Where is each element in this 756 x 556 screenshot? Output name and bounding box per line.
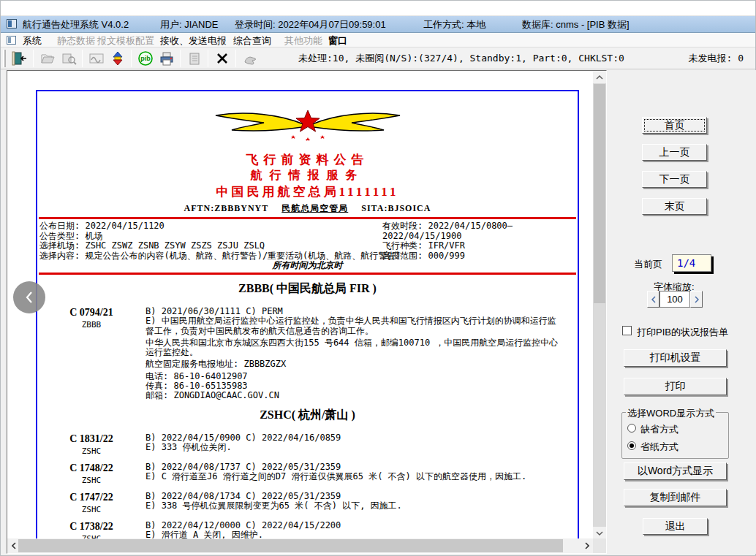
menu-bar: 系统 静态数据 报文模板配置 接收、发送电报 综合查询 其他功能 窗口 xyxy=(1,33,755,47)
font-zoom-decrease-button[interactable] xyxy=(647,291,659,308)
menu-template-config: 报文模板配置 xyxy=(97,34,154,47)
flight-type: 飞行种类: IFR/VFR xyxy=(382,241,578,251)
menu-static-data: 静态数据 xyxy=(57,34,95,47)
notam-id: C 0794/21 xyxy=(37,307,145,319)
copy-to-mail-button[interactable]: 复制到邮件 xyxy=(624,489,727,506)
menu-send-receive[interactable]: 接收、发送电报 xyxy=(160,34,227,47)
doc-title-line3: 中国民用航空总局1111111 xyxy=(37,183,578,200)
current-page-label: 当前页 xyxy=(634,258,662,271)
toolbar: pib 未处理:10, 未圈阅(N/S):(327/4), Standby:1,… xyxy=(1,47,755,69)
aftn-sita-line: AFTN:ZBBBYNYT民航总局空管局SITA:BJSOICA xyxy=(37,202,578,215)
menu-query[interactable]: 综合查询 xyxy=(233,34,271,47)
child-window-icon[interactable] xyxy=(7,36,16,45)
notam-line: 中华人民共和国北京市东城区东四西大街155 号644 信箱，邮编100710 ，… xyxy=(145,338,561,358)
notam-location: ZSHC xyxy=(37,476,145,485)
pib-document-viewport[interactable]: 飞行前资料公告 航行情报服务 中国民用航空总局1111111 AFTN:ZBBB… xyxy=(7,71,594,539)
control-sidebar: 首页 上一页 下一页 末页 当前页 1/4 字体缩放: 100 打印PIB的状况… xyxy=(607,70,756,554)
notam-line: B) 2021/06/30/1111 C) PERM xyxy=(145,307,561,316)
database-label: 数据库: cnms - [PIB 数据] xyxy=(522,18,630,31)
horizontal-scrollbar[interactable] xyxy=(7,538,594,553)
collapse-panel-handle[interactable] xyxy=(13,281,45,313)
last-page-button[interactable]: 末页 xyxy=(642,198,707,215)
notam-id: C 1738/22 xyxy=(37,521,145,533)
app-window: 航行通告处理系统 V4.0.2 用户: JIANDE 登录时间: 2022年04… xyxy=(0,0,756,556)
notam-line: E) C 滑行道至J6 滑行道之间的D7 滑行道仅供翼展65 米( 不含) 以下… xyxy=(145,472,561,481)
toolbar-separator xyxy=(235,50,236,67)
hand-icon xyxy=(240,49,260,68)
first-page-button[interactable]: 首页 xyxy=(642,117,707,134)
font-zoom-value[interactable]: 100 xyxy=(659,291,690,308)
menu-window[interactable]: 窗口 xyxy=(328,34,347,47)
radio-default-label: 缺省方式 xyxy=(640,423,678,436)
transfer-icon[interactable] xyxy=(107,49,127,68)
notam-line: B) 2022/04/08/1734 C) 2022/05/31/2359 xyxy=(145,492,561,501)
user-label: 用户: JIANDE xyxy=(160,18,218,31)
font-zoom-increase-button[interactable] xyxy=(690,291,703,308)
notam-line: B) 2022/04/12/0000 C) 2022/04/15/2200 xyxy=(145,521,561,530)
print-report-checkbox[interactable] xyxy=(622,326,632,335)
notam-entry: C 1747/22 ZSHC B) 2022/04/08/1734 C) 202… xyxy=(37,492,578,514)
sita-address: SITA:BJSOICA xyxy=(361,203,431,213)
authority-name: 民航总局空管局 xyxy=(281,203,348,213)
red-divider xyxy=(39,217,576,219)
prev-page-button[interactable]: 上一页 xyxy=(642,144,707,161)
process-status-text: 未处理:10, 未圈阅(N/S):(327/4), Standby:1, Par… xyxy=(298,52,624,65)
notam-line: 传真: 86-10-65135983 xyxy=(145,381,561,391)
printer-icon[interactable] xyxy=(156,49,176,68)
pib-info-block: 公布日期: 2022/04/15/1120 公告类型: 机场 选择机场: ZSH… xyxy=(39,221,578,261)
notam-line: E) 338 号停机位翼展限制变更为65 米( 不含) 以下, 因施工. xyxy=(145,501,561,511)
print-preview-icon xyxy=(58,49,78,68)
notam-line: 航空固定服务电报地址: ZBBBZGZX xyxy=(145,359,561,369)
notam-entry: C 0794/21 ZBBB B) 2021/06/30/1111 C) PER… xyxy=(37,307,578,401)
valid-period: 有效时段: 2022/04/15/0800—2022/04/15/1900 xyxy=(382,221,578,241)
chevron-left-icon xyxy=(23,290,35,305)
word-display-group-title: 选择WORD显示方式 xyxy=(626,407,716,420)
show-as-word-button[interactable]: 以Word方式显示 xyxy=(624,462,727,480)
radio-paper-saving-label: 省纸方式 xyxy=(640,441,678,454)
section-heading-zshc: ZSHC( 杭州/萧山 ) xyxy=(37,408,578,423)
radio-paper-saving-mode[interactable] xyxy=(627,441,636,450)
exit-icon[interactable] xyxy=(10,49,29,68)
red-divider xyxy=(39,273,576,275)
notam-entry: C 1738/22 ZSHC B) 2022/04/12/0000 C) 202… xyxy=(37,521,578,539)
notam-id: C 1748/22 xyxy=(37,462,145,474)
radio-default-mode[interactable] xyxy=(627,424,636,433)
notam-entry: C 1831/22 ZSHC B) 2022/04/15/0900 C) 202… xyxy=(37,433,578,456)
scroll-up-arrow[interactable] xyxy=(593,71,606,83)
app-icon xyxy=(7,19,17,28)
menu-other: 其他功能 xyxy=(284,34,322,47)
exit-button[interactable]: 退出 xyxy=(643,518,708,535)
toolbar-separator xyxy=(82,50,83,67)
vertical-scroll-thumb[interactable] xyxy=(594,84,605,303)
close-icon[interactable] xyxy=(212,49,232,68)
toolbar-separator xyxy=(33,50,34,67)
notam-line: B) 2022/04/15/0900 C) 2022/04/16/0859 xyxy=(145,433,561,443)
aftn-address: AFTN:ZBBBYNYT xyxy=(184,203,269,213)
title-bar: 航行通告处理系统 V4.0.2 用户: JIANDE 登录时间: 2022年04… xyxy=(1,16,755,33)
notam-id: C 1831/22 xyxy=(37,433,145,445)
toolbar-grip[interactable] xyxy=(3,50,6,67)
toolbar-separator xyxy=(208,50,208,67)
scroll-right-arrow[interactable] xyxy=(581,538,594,553)
notam-line: B) 2022/04/08/1737 C) 2022/05/31/2359 xyxy=(145,462,561,472)
horizontal-scroll-thumb[interactable] xyxy=(18,539,563,552)
notam-line: E) 333 停机位关闭. xyxy=(145,443,561,452)
next-page-button[interactable]: 下一页 xyxy=(642,171,707,188)
toolbar-separator xyxy=(180,50,181,67)
current-page-field[interactable]: 1/4 xyxy=(672,254,711,272)
menu-system[interactable]: 系统 xyxy=(23,34,42,47)
scroll-down-arrow[interactable] xyxy=(593,527,606,539)
notam-line: 电话: 86-10-64012907 xyxy=(145,372,561,381)
window-top-strip xyxy=(1,1,755,16)
login-time-label: 登录时间: 2022年04月07日09:59:01 xyxy=(235,18,386,31)
vertical-scrollbar[interactable] xyxy=(593,71,606,539)
printer-setup-button[interactable]: 打印机设置 xyxy=(624,349,727,367)
pib-info-right-col: 有效时段: 2022/04/15/0800—2022/04/15/1900 飞行… xyxy=(382,221,578,261)
caac-wings-emblem xyxy=(37,109,578,148)
notam-entry: C 1748/22 ZSHC B) 2022/04/08/1737 C) 202… xyxy=(37,462,578,485)
pib-icon[interactable]: pib xyxy=(135,49,155,68)
print-button[interactable]: 打印 xyxy=(624,378,727,395)
app-title: 航行通告处理系统 V4.0.2 xyxy=(23,18,129,31)
notam-line: E) 中国民用航空局运行监控中心运行监控处，负责中华人民共和国飞行情报区内飞行计… xyxy=(145,316,561,336)
document-area: 飞行前资料公告 航行情报服务 中国民用航空总局1111111 AFTN:ZBBB… xyxy=(7,70,607,554)
